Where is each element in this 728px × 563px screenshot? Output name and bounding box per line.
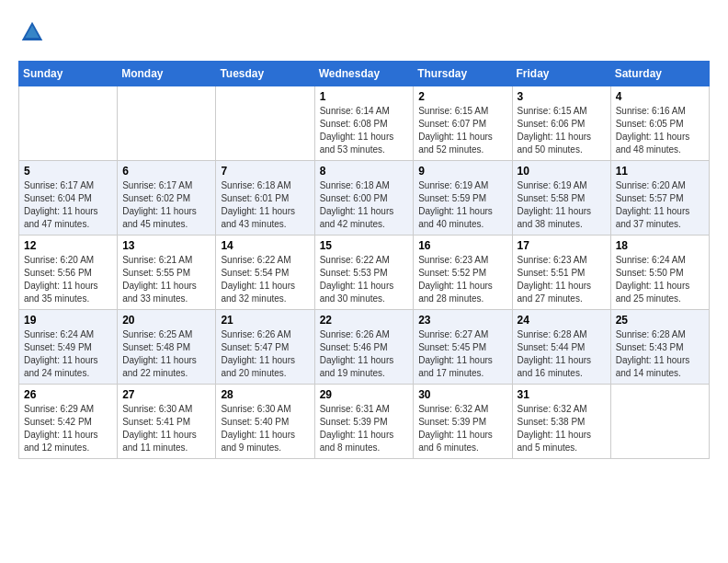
calendar-week-row: 1Sunrise: 6:14 AM Sunset: 6:08 PM Daylig… bbox=[19, 86, 710, 161]
day-number: 29 bbox=[320, 388, 409, 401]
calendar-cell: 6Sunrise: 6:17 AM Sunset: 6:02 PM Daylig… bbox=[118, 161, 216, 236]
day-number: 7 bbox=[221, 165, 309, 178]
day-number: 28 bbox=[221, 388, 309, 401]
day-info: Sunrise: 6:14 AM Sunset: 6:08 PM Dayligh… bbox=[320, 105, 409, 156]
day-number: 9 bbox=[418, 165, 506, 178]
calendar-cell: 20Sunrise: 6:25 AM Sunset: 5:48 PM Dayli… bbox=[118, 310, 216, 385]
calendar-cell: 15Sunrise: 6:22 AM Sunset: 5:53 PM Dayli… bbox=[314, 236, 414, 310]
day-number: 14 bbox=[221, 239, 309, 252]
calendar-cell: 28Sunrise: 6:30 AM Sunset: 5:40 PM Dayli… bbox=[216, 385, 314, 459]
day-number: 10 bbox=[518, 165, 606, 178]
day-info: Sunrise: 6:30 AM Sunset: 5:40 PM Dayligh… bbox=[221, 403, 309, 454]
day-number: 21 bbox=[221, 314, 309, 327]
calendar-cell: 24Sunrise: 6:28 AM Sunset: 5:44 PM Dayli… bbox=[512, 310, 610, 385]
day-info: Sunrise: 6:30 AM Sunset: 5:41 PM Dayligh… bbox=[122, 403, 210, 454]
day-info: Sunrise: 6:28 AM Sunset: 5:43 PM Dayligh… bbox=[616, 328, 704, 380]
day-number: 23 bbox=[418, 314, 506, 327]
calendar-cell: 11Sunrise: 6:20 AM Sunset: 5:57 PM Dayli… bbox=[610, 161, 709, 236]
day-info: Sunrise: 6:24 AM Sunset: 5:50 PM Dayligh… bbox=[616, 254, 704, 305]
calendar-cell: 8Sunrise: 6:18 AM Sunset: 6:00 PM Daylig… bbox=[314, 161, 414, 236]
calendar-cell bbox=[118, 86, 216, 161]
calendar-cell: 23Sunrise: 6:27 AM Sunset: 5:45 PM Dayli… bbox=[414, 310, 512, 385]
calendar-cell: 7Sunrise: 6:18 AM Sunset: 6:01 PM Daylig… bbox=[216, 161, 314, 236]
day-number: 4 bbox=[616, 90, 704, 103]
weekday-header-thursday: Thursday bbox=[414, 62, 512, 86]
day-info: Sunrise: 6:27 AM Sunset: 5:45 PM Dayligh… bbox=[418, 328, 506, 380]
calendar-cell bbox=[19, 86, 118, 161]
day-number: 5 bbox=[24, 165, 112, 178]
day-number: 22 bbox=[320, 314, 409, 327]
weekday-header-monday: Monday bbox=[118, 62, 216, 86]
calendar-cell: 25Sunrise: 6:28 AM Sunset: 5:43 PM Dayli… bbox=[610, 310, 709, 385]
calendar-cell: 18Sunrise: 6:24 AM Sunset: 5:50 PM Dayli… bbox=[610, 236, 709, 310]
day-number: 15 bbox=[320, 239, 409, 252]
day-info: Sunrise: 6:19 AM Sunset: 5:58 PM Dayligh… bbox=[518, 179, 606, 231]
day-number: 19 bbox=[24, 314, 112, 327]
calendar-cell: 16Sunrise: 6:23 AM Sunset: 5:52 PM Dayli… bbox=[414, 236, 512, 310]
calendar-cell: 2Sunrise: 6:15 AM Sunset: 6:07 PM Daylig… bbox=[414, 86, 512, 161]
day-info: Sunrise: 6:31 AM Sunset: 5:39 PM Dayligh… bbox=[320, 403, 409, 454]
day-info: Sunrise: 6:23 AM Sunset: 5:51 PM Dayligh… bbox=[518, 254, 606, 305]
day-number: 13 bbox=[122, 239, 210, 252]
calendar-table: SundayMondayTuesdayWednesdayThursdayFrid… bbox=[18, 61, 710, 459]
calendar-cell bbox=[216, 86, 314, 161]
calendar-body: 1Sunrise: 6:14 AM Sunset: 6:08 PM Daylig… bbox=[19, 86, 710, 459]
day-info: Sunrise: 6:26 AM Sunset: 5:46 PM Dayligh… bbox=[320, 328, 409, 380]
day-number: 26 bbox=[24, 388, 112, 401]
day-number: 30 bbox=[418, 388, 506, 401]
day-number: 24 bbox=[518, 314, 606, 327]
day-info: Sunrise: 6:18 AM Sunset: 6:01 PM Dayligh… bbox=[221, 179, 309, 231]
day-info: Sunrise: 6:24 AM Sunset: 5:49 PM Dayligh… bbox=[24, 328, 112, 380]
calendar-cell: 5Sunrise: 6:17 AM Sunset: 6:04 PM Daylig… bbox=[19, 161, 118, 236]
day-number: 3 bbox=[518, 90, 606, 103]
weekday-header-tuesday: Tuesday bbox=[216, 62, 314, 86]
day-info: Sunrise: 6:26 AM Sunset: 5:47 PM Dayligh… bbox=[221, 328, 309, 380]
day-info: Sunrise: 6:16 AM Sunset: 6:05 PM Dayligh… bbox=[616, 105, 704, 156]
day-info: Sunrise: 6:28 AM Sunset: 5:44 PM Dayligh… bbox=[518, 328, 606, 380]
calendar-cell: 30Sunrise: 6:32 AM Sunset: 5:39 PM Dayli… bbox=[414, 385, 512, 459]
calendar-week-row: 12Sunrise: 6:20 AM Sunset: 5:56 PM Dayli… bbox=[19, 236, 710, 310]
day-info: Sunrise: 6:29 AM Sunset: 5:42 PM Dayligh… bbox=[24, 403, 112, 454]
day-info: Sunrise: 6:22 AM Sunset: 5:54 PM Dayligh… bbox=[221, 254, 309, 305]
calendar-cell: 22Sunrise: 6:26 AM Sunset: 5:46 PM Dayli… bbox=[314, 310, 414, 385]
weekday-header-sunday: Sunday bbox=[19, 62, 118, 86]
day-number: 25 bbox=[616, 314, 704, 327]
calendar-cell: 26Sunrise: 6:29 AM Sunset: 5:42 PM Dayli… bbox=[19, 385, 118, 459]
day-info: Sunrise: 6:23 AM Sunset: 5:52 PM Dayligh… bbox=[418, 254, 506, 305]
calendar-cell: 12Sunrise: 6:20 AM Sunset: 5:56 PM Dayli… bbox=[19, 236, 118, 310]
day-number: 12 bbox=[24, 239, 112, 252]
day-info: Sunrise: 6:21 AM Sunset: 5:55 PM Dayligh… bbox=[122, 254, 210, 305]
day-info: Sunrise: 6:25 AM Sunset: 5:48 PM Dayligh… bbox=[122, 328, 210, 380]
calendar-cell: 29Sunrise: 6:31 AM Sunset: 5:39 PM Dayli… bbox=[314, 385, 414, 459]
day-info: Sunrise: 6:20 AM Sunset: 5:57 PM Dayligh… bbox=[616, 179, 704, 231]
day-info: Sunrise: 6:32 AM Sunset: 5:39 PM Dayligh… bbox=[418, 403, 506, 454]
day-info: Sunrise: 6:18 AM Sunset: 6:00 PM Dayligh… bbox=[320, 179, 409, 231]
day-info: Sunrise: 6:19 AM Sunset: 5:59 PM Dayligh… bbox=[418, 179, 506, 231]
weekday-header-friday: Friday bbox=[512, 62, 610, 86]
day-info: Sunrise: 6:32 AM Sunset: 5:38 PM Dayligh… bbox=[518, 403, 606, 454]
calendar-cell: 17Sunrise: 6:23 AM Sunset: 5:51 PM Dayli… bbox=[512, 236, 610, 310]
calendar-week-row: 26Sunrise: 6:29 AM Sunset: 5:42 PM Dayli… bbox=[19, 385, 710, 459]
day-number: 6 bbox=[122, 165, 210, 178]
calendar-cell: 13Sunrise: 6:21 AM Sunset: 5:55 PM Dayli… bbox=[118, 236, 216, 310]
calendar-cell bbox=[610, 385, 709, 459]
day-number: 27 bbox=[122, 388, 210, 401]
day-number: 1 bbox=[320, 90, 409, 103]
weekday-header-saturday: Saturday bbox=[610, 62, 709, 86]
day-number: 8 bbox=[320, 165, 409, 178]
calendar-cell: 14Sunrise: 6:22 AM Sunset: 5:54 PM Dayli… bbox=[216, 236, 314, 310]
day-number: 2 bbox=[418, 90, 506, 103]
calendar-cell: 21Sunrise: 6:26 AM Sunset: 5:47 PM Dayli… bbox=[216, 310, 314, 385]
page-header bbox=[18, 18, 710, 46]
calendar-week-row: 19Sunrise: 6:24 AM Sunset: 5:49 PM Dayli… bbox=[19, 310, 710, 385]
day-info: Sunrise: 6:15 AM Sunset: 6:07 PM Dayligh… bbox=[418, 105, 506, 156]
day-info: Sunrise: 6:22 AM Sunset: 5:53 PM Dayligh… bbox=[320, 254, 409, 305]
calendar-cell: 31Sunrise: 6:32 AM Sunset: 5:38 PM Dayli… bbox=[512, 385, 610, 459]
day-info: Sunrise: 6:15 AM Sunset: 6:06 PM Dayligh… bbox=[518, 105, 606, 156]
calendar-cell: 19Sunrise: 6:24 AM Sunset: 5:49 PM Dayli… bbox=[19, 310, 118, 385]
weekday-header-wednesday: Wednesday bbox=[314, 62, 414, 86]
calendar-cell: 1Sunrise: 6:14 AM Sunset: 6:08 PM Daylig… bbox=[314, 86, 414, 161]
calendar-cell: 9Sunrise: 6:19 AM Sunset: 5:59 PM Daylig… bbox=[414, 161, 512, 236]
calendar-cell: 27Sunrise: 6:30 AM Sunset: 5:41 PM Dayli… bbox=[118, 385, 216, 459]
day-number: 11 bbox=[616, 165, 704, 178]
